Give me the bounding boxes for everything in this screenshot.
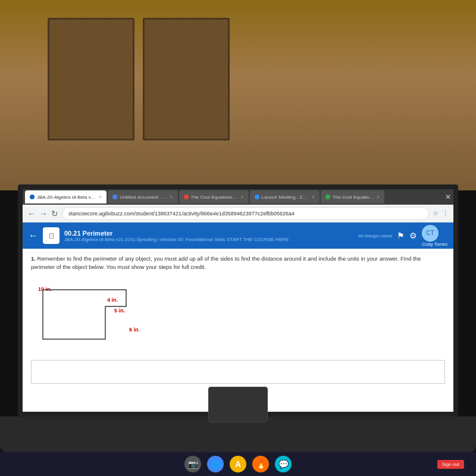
address-text: stancoecore.agilixbuzz.com/student/13863… <box>68 211 295 217</box>
browser-nav-bar: ← → ↻ stancoecore.agilixbuzz.com/student… <box>23 205 453 223</box>
tab-2-close[interactable]: × <box>170 194 173 200</box>
all-changes-saved: All changes saved <box>358 234 392 238</box>
room-background <box>0 0 476 190</box>
back-button[interactable]: ← <box>27 209 36 218</box>
taskbar-camera-icon[interactable]: 📷 <box>184 456 201 472</box>
tab-2[interactable]: Untitled document - Google Doc × <box>108 190 177 203</box>
course-subtitle: JBA-20-Algebra IA Beta v21 (GS)-Spradlin… <box>64 237 353 242</box>
course-header-actions: All changes saved ⚑ ⚙ CT Cody Torres <box>358 225 447 247</box>
answer-input[interactable] <box>31 360 445 384</box>
tab-5-close[interactable]: × <box>377 194 380 200</box>
bookmark-icon[interactable]: ☆ <box>433 209 439 217</box>
menu-icon[interactable]: ⋮ <box>442 209 449 217</box>
tab-4-label: Launch Meeting - Zoom <box>262 195 309 200</box>
tab-2-label: Untitled document - Google Doc <box>120 195 167 200</box>
question-number: 1. <box>31 255 36 262</box>
address-bar[interactable]: stancoecore.agilixbuzz.com/student/13863… <box>62 207 429 220</box>
tab-active-label: JBA-20-Algebra IA Beta v21 (GS) <box>37 195 96 200</box>
tab-active[interactable]: JBA-20-Algebra IA Beta v21 (GS) × <box>25 190 107 203</box>
flag-icon[interactable]: ⚑ <box>397 231 405 240</box>
tab-3-label: The Cool Equations - d4t942pn <box>191 195 239 200</box>
tab-3-close[interactable]: × <box>241 194 244 200</box>
course-header: ← 📋 00.21 Perimeter JBA-20-Algebra IA Be… <box>23 223 453 249</box>
course-info: 00.21 Perimeter JBA-20-Algebra IA Beta v… <box>64 230 353 242</box>
laptop-screen: JBA-20-Algebra IA Beta v21 (GS) × Untitl… <box>18 184 458 416</box>
course-title: 00.21 Perimeter <box>64 230 353 237</box>
user-name: Cody Torres <box>422 242 447 247</box>
tab-close-icon[interactable]: × <box>99 194 102 200</box>
close-browser-btn[interactable]: ✕ <box>445 193 451 201</box>
taskbar-fire-icon[interactable]: 🔥 <box>252 456 269 472</box>
sign-out-button[interactable]: Sign out <box>437 460 464 469</box>
reload-button[interactable]: ↻ <box>51 209 58 218</box>
taskbar: 📷 🌐 A 🔥 💬 Sign out <box>0 452 476 476</box>
tab-5-label: The Cool Equation belo <box>333 195 374 200</box>
course-icon: 📋 <box>43 227 60 244</box>
shape-svg <box>37 278 156 355</box>
taskbar-right-area: Sign out <box>437 460 464 469</box>
avatar: CT <box>422 225 439 242</box>
forward-button[interactable]: → <box>39 209 48 218</box>
question-body: Remember to find the perimeter of any ob… <box>31 255 421 270</box>
taskbar-chrome-icon[interactable]: 🌐 <box>207 456 224 472</box>
question-text: 1. Remember to find the perimeter of any… <box>31 255 445 272</box>
tab-4[interactable]: Launch Meeting - Zoom × <box>250 190 320 203</box>
laptop-bottom-bezel <box>0 416 476 452</box>
tab-5[interactable]: The Cool Equation belo × <box>321 190 384 203</box>
tab-4-close[interactable]: × <box>312 194 315 200</box>
shape-diagram: 10 in. 4 in. 5 in. 6 in. <box>37 278 168 355</box>
browser-tab-bar: JBA-20-Algebra IA Beta v21 (GS) × Untitl… <box>23 189 453 205</box>
user-profile[interactable]: CT Cody Torres <box>422 225 447 247</box>
touchpad[interactable] <box>208 387 268 422</box>
taskbar-chat-icon[interactable]: 💬 <box>275 456 292 472</box>
settings-icon[interactable]: ⚙ <box>409 231 417 240</box>
tab-3[interactable]: The Cool Equations - d4t942pn × <box>179 190 249 203</box>
course-back-button[interactable]: ← <box>29 230 38 241</box>
laptop-bezel: JBA-20-Algebra IA Beta v21 (GS) × Untitl… <box>0 0 476 476</box>
taskbar-docs-icon[interactable]: A <box>230 456 246 472</box>
